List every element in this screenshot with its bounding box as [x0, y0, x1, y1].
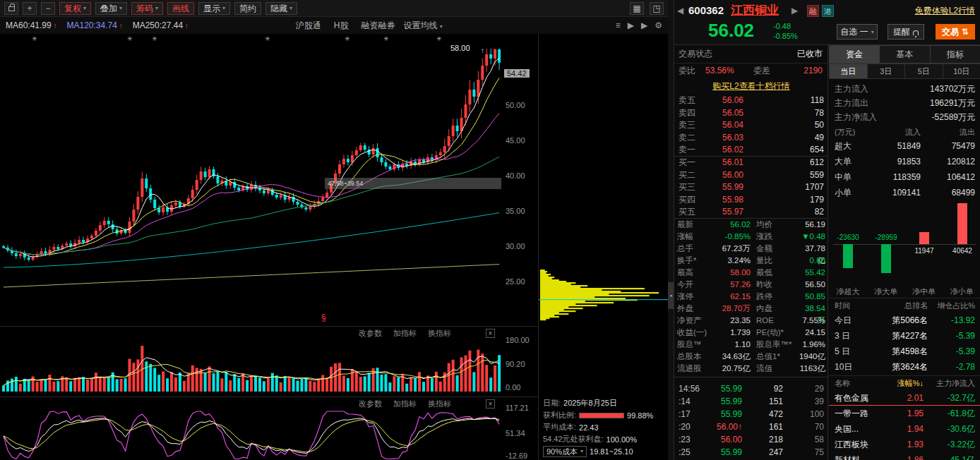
detail-row: 收益(一)1.739PE(动)*24.15 — [674, 327, 828, 339]
transfer-icon: ⇅ — [962, 27, 969, 37]
tick-row: :1755.99472100 — [674, 408, 828, 420]
l2-trial-link[interactable]: 免费体验L2行情 — [915, 5, 975, 17]
fund-bar-label: 净超大 — [829, 286, 867, 297]
chart-subtoolbar: MA60:41.99 ↑MA120:34.74 ↑MA250:27.44 ↑ 沪… — [0, 17, 668, 34]
flow-table-row: 小单10914168499 — [829, 185, 980, 200]
ask-row[interactable]: 卖五56.06118 — [674, 95, 828, 107]
bid-queue: 买一56.01612买二56.00559买三55.991707买四55.9817… — [674, 157, 828, 219]
toolbar-button-显示[interactable]: 显示▾ — [198, 2, 230, 15]
kline-chart-area[interactable]: 54.42 50.0045.0040.0035.0030.0025.00 58.… — [0, 34, 538, 326]
lock-icon[interactable] — [4, 2, 18, 15]
pane-menu-加指标[interactable]: 加指标 — [393, 399, 417, 409]
period-tab-10日[interactable]: 10日 — [943, 63, 980, 79]
event-marker-icon[interactable]: ✳ — [345, 35, 350, 42]
ma-value-label: MA60:41.99 ↑ — [6, 20, 57, 30]
sector-row[interactable]: 央国...1.94-30.6亿 — [829, 421, 980, 437]
next-stock-button[interactable]: ▶ — [791, 6, 798, 16]
tab-指标[interactable]: 指标 — [931, 45, 980, 63]
price-axis-label: 40.00 — [506, 171, 525, 180]
zoom-in-button[interactable]: + — [23, 2, 37, 15]
market-link-沪股通[interactable]: 沪股通 — [296, 20, 321, 32]
watchlist-button[interactable]: 自选 一▾ — [837, 24, 878, 40]
fullscreen-icon[interactable]: ◳ — [650, 2, 664, 15]
up-arrow-icon: ↑ — [52, 22, 57, 30]
chip-date-label: 日期: — [543, 398, 561, 408]
ask-row[interactable]: 卖四56.0578 — [674, 107, 828, 120]
chip-date-value: 2025年8月25日 — [563, 398, 617, 408]
fund-bar-label: 净小单 — [943, 286, 980, 297]
ask-row[interactable]: 卖三56.0450 — [674, 119, 828, 132]
toolbar-button-画线[interactable]: 画线 — [167, 2, 194, 15]
tick-row: :1455.9915139 — [674, 395, 828, 408]
toolbar-button-隐藏[interactable]: 隐藏▾ — [265, 2, 297, 15]
replay-forward-icon[interactable]: ▶ — [641, 20, 647, 30]
period-tab-5日[interactable]: 5日 — [905, 63, 943, 79]
toolbar-button-简约[interactable]: 简约 — [234, 2, 261, 15]
bid-row[interactable]: 买五55.9782 — [674, 206, 828, 219]
profit-ratio-value: 99.88% — [627, 411, 653, 420]
event-marker-icon[interactable]: ✳ — [436, 35, 442, 42]
ma-values: MA60:41.99 ↑MA120:34.74 ↑MA250:27.44 ↑ — [6, 20, 189, 30]
pane-menu-换指标[interactable]: 换指标 — [428, 399, 451, 409]
bid-row[interactable]: 买四55.98179 — [674, 194, 828, 207]
pane-menu-加指标[interactable]: 加指标 — [393, 328, 417, 339]
tab-基本[interactable]: 基本 — [880, 45, 930, 63]
close-indicator-pane-button[interactable]: × — [486, 399, 495, 408]
toolbar-button-筹码[interactable]: 筹码▾ — [131, 2, 163, 15]
sector-row[interactable]: 有色金属2.01-32.7亿 — [829, 390, 980, 406]
tick-row: :2056.00↑16170 — [674, 420, 828, 433]
align-icon[interactable]: ≡ — [616, 20, 621, 30]
tab-资金[interactable]: 资金 — [829, 45, 880, 63]
stock-code: 600362 — [688, 4, 724, 16]
event-marker-icon[interactable]: ✳ — [265, 35, 270, 42]
bell-icon — [913, 30, 919, 35]
profit-ratio-label: 获利比例: — [543, 410, 576, 420]
ask-row[interactable]: 卖一56.02654 — [674, 144, 828, 157]
alert-button[interactable]: 提醒 — [888, 24, 924, 40]
event-marker-icon[interactable]: ✳ — [152, 35, 157, 42]
bid-row[interactable]: 买二56.00559 — [674, 169, 828, 182]
volume-pane-menu: 改参数加指标换指标 — [359, 328, 451, 339]
tick-row: :2356.0021858 — [674, 433, 828, 446]
highest-price-label: 58.00 — [450, 44, 470, 52]
grid-view-icon[interactable]: ▦ — [630, 2, 644, 15]
event-marker-icon[interactable]: ✳ — [127, 35, 133, 42]
bid-row[interactable]: 买一56.01612 — [674, 157, 828, 169]
price-axis-label: 30.00 — [506, 242, 525, 250]
sector-row[interactable]: 一带一路1.95-61.8亿 — [829, 406, 980, 421]
event-marker-icon[interactable]: ✳ — [32, 35, 37, 42]
market-link-融资融券[interactable]: 融资融券 — [361, 20, 395, 32]
set-ma-button[interactable]: 设置均线 ▾ — [404, 20, 443, 32]
market-link-H股[interactable]: H股 — [334, 20, 349, 32]
sector-row[interactable]: 新材料1.86-45.1亿 — [829, 452, 980, 460]
trade-button[interactable]: 交易⇅ — [936, 24, 975, 40]
cost-range-dropdown[interactable]: 90%成本▾ — [543, 446, 587, 457]
sector-row[interactable]: 江西板块1.93-3.22亿 — [829, 437, 980, 452]
flow-row: 主力净流入-52589万元 — [829, 110, 980, 124]
period-tab-3日[interactable]: 3日 — [868, 63, 906, 79]
pane-menu-换指标[interactable]: 换指标 — [428, 328, 451, 339]
zoom-out-button[interactable]: − — [41, 2, 55, 15]
bid-row[interactable]: 买三55.991707 — [674, 181, 828, 194]
prev-stock-button[interactable]: ◀ — [677, 6, 683, 16]
pane-menu-改参数[interactable]: 改参数 — [359, 328, 382, 339]
avg-cost-label: 平均成本: — [543, 422, 576, 432]
anchor-marker-icon[interactable]: § — [321, 313, 326, 322]
event-marker-icon[interactable]: ✳ — [383, 35, 389, 42]
volume-axis-label: 0.00 — [506, 383, 520, 392]
toolbar-button-复权[interactable]: 复权▾ — [59, 2, 91, 15]
toolbar-button-叠加[interactable]: 叠加▾ — [95, 2, 127, 15]
collapse-panel-button[interactable]: ◂ — [668, 282, 674, 309]
period-tab-当日[interactable]: 当日 — [829, 63, 868, 79]
sector-header: 名称涨幅%↓主力净流入 — [829, 376, 980, 390]
stock-name[interactable]: 江西铜业 — [731, 2, 779, 18]
close-volume-pane-button[interactable]: × — [486, 329, 495, 338]
rank-header: 时间总排名增仓占比% — [829, 298, 980, 313]
pane-menu-改参数[interactable]: 改参数 — [359, 399, 382, 409]
buy-l2-link[interactable]: 购买L2查看十档行情 — [674, 79, 828, 93]
ask-row[interactable]: 卖二56.0349 — [674, 132, 828, 145]
gear-icon[interactable]: ⚙ — [655, 20, 662, 30]
detail-row: 流通股20.75亿流值1163亿 — [674, 363, 828, 375]
rank-row: 今日第5066名-13.92 — [829, 313, 980, 328]
replay-back-icon[interactable]: ▶ — [628, 20, 634, 30]
